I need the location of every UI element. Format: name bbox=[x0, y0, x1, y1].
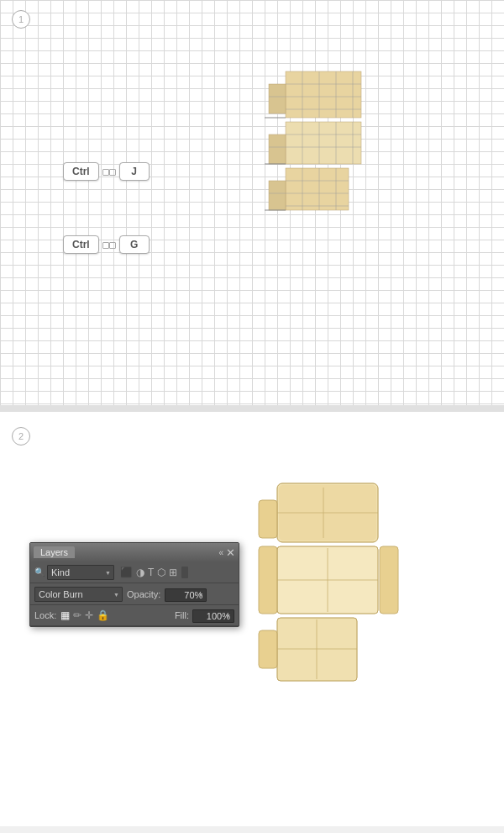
shortcut-group-2: Ctrl G bbox=[63, 235, 150, 254]
lock-checkerboard-icon[interactable]: ▦ bbox=[60, 609, 70, 621]
lock-brush-icon[interactable]: ✏ bbox=[73, 609, 81, 621]
shortcut-group-1: Ctrl J bbox=[63, 162, 150, 181]
svg-rect-10 bbox=[286, 122, 361, 164]
opacity-label: Opacity: bbox=[127, 589, 160, 599]
layers-panel: Layers « ✕ 🔍 Kind ⬛ ◑ T ⬡ ⊞ bbox=[29, 542, 239, 627]
adjustment-filter-icon[interactable]: ◑ bbox=[136, 567, 144, 578]
svg-rect-19 bbox=[286, 168, 349, 210]
svg-rect-8 bbox=[269, 84, 286, 113]
scroll-handle bbox=[181, 567, 188, 578]
close-icon[interactable]: ✕ bbox=[226, 547, 235, 558]
step-number-1: 1 bbox=[12, 10, 30, 29]
lock-all-icon[interactable]: 🔒 bbox=[97, 609, 109, 621]
furniture-rendered-illustration bbox=[252, 479, 420, 793]
svg-rect-17 bbox=[269, 134, 286, 164]
svg-rect-26 bbox=[269, 181, 286, 210]
layers-toolbar: 🔍 Kind ⬛ ◑ T ⬡ ⊞ bbox=[30, 561, 239, 583]
kind-dropdown-wrapper: Kind bbox=[47, 564, 114, 580]
svg-rect-41 bbox=[277, 618, 357, 681]
pixel-filter-icon[interactable]: ⬛ bbox=[120, 567, 133, 578]
section-1: 1 Ctrl J Ctrl G bbox=[0, 0, 504, 412]
blend-row: Normal Dissolve Darken Multiply Color Bu… bbox=[30, 583, 239, 605]
layers-tab[interactable]: Layers bbox=[34, 546, 75, 558]
search-icon: 🔍 bbox=[34, 567, 45, 577]
fill-label: Fill: bbox=[175, 610, 189, 620]
blend-mode-dropdown[interactable]: Normal Dissolve Darken Multiply Color Bu… bbox=[34, 587, 123, 602]
collapse-icon[interactable]: « bbox=[218, 548, 223, 557]
j-key[interactable]: J bbox=[119, 162, 150, 181]
lock-label: Lock: bbox=[34, 610, 56, 620]
filter-icons: ⬛ ◑ T ⬡ ⊞ bbox=[120, 567, 177, 578]
fill-section: Fill: bbox=[175, 608, 234, 623]
step-number-2: 2 bbox=[12, 427, 30, 445]
layers-title-left: Layers bbox=[34, 546, 75, 558]
ctrl-key-1[interactable]: Ctrl bbox=[63, 162, 99, 181]
fill-input[interactable] bbox=[192, 609, 234, 623]
lock-move-icon[interactable]: ✛ bbox=[85, 609, 93, 621]
layers-controls: « ✕ bbox=[218, 547, 235, 558]
opacity-input[interactable] bbox=[165, 588, 207, 602]
shape-filter-icon[interactable]: ⬡ bbox=[157, 567, 165, 578]
blend-select-wrapper: Normal Dissolve Darken Multiply Color Bu… bbox=[34, 586, 123, 602]
g-key[interactable]: G bbox=[119, 235, 150, 254]
connector-icon-2 bbox=[102, 240, 116, 250]
svg-rect-40 bbox=[380, 546, 398, 614]
opacity-wrapper bbox=[165, 587, 207, 602]
ctrl-key-2[interactable]: Ctrl bbox=[63, 235, 99, 254]
furniture-grid-illustration bbox=[260, 67, 386, 340]
svg-rect-44 bbox=[259, 630, 277, 668]
svg-rect-35 bbox=[259, 500, 277, 538]
connector-icon-1 bbox=[102, 166, 116, 177]
lock-icons: ▦ ✏ ✛ 🔒 bbox=[60, 609, 109, 621]
kind-dropdown[interactable]: Kind bbox=[47, 565, 114, 580]
type-filter-icon[interactable]: T bbox=[148, 567, 154, 578]
svg-rect-0 bbox=[286, 71, 361, 118]
fill-wrapper bbox=[192, 608, 234, 623]
svg-rect-39 bbox=[259, 546, 277, 614]
section-2: 2 Layers « ✕ 🔍 Kind ⬛ ◑ T bbox=[0, 412, 504, 826]
layers-titlebar: Layers « ✕ bbox=[30, 543, 239, 561]
grid-canvas: 1 Ctrl J Ctrl G bbox=[0, 0, 504, 405]
smart-filter-icon[interactable]: ⊞ bbox=[169, 567, 177, 578]
lock-row: Lock: ▦ ✏ ✛ 🔒 Fill: bbox=[30, 605, 239, 626]
